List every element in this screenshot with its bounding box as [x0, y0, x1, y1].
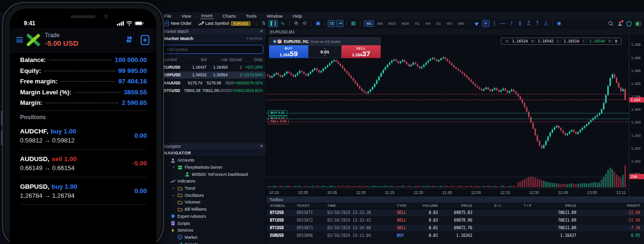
- position-row[interactable]: AUDCHF, buy 1.00 0.59812 → 0.59812 0.00: [20, 122, 147, 150]
- navigator-tree-item[interactable]: Scripts: [161, 220, 266, 227]
- navigator-titlebar[interactable]: Navigator ×: [161, 143, 266, 149]
- trade-row[interactable]: BTCUSD 6953871 03/10/2024 13:33:30 SELL …: [266, 209, 644, 217]
- navigator-tree-item[interactable]: Services: [161, 227, 266, 234]
- column-spread[interactable]: Spread: [228, 57, 242, 62]
- position-row[interactable]: GBPUSD, buy 1.00 1.26784 → 1.26784 0.00: [20, 177, 147, 205]
- column-bid[interactable]: Bid: [186, 57, 207, 62]
- column-time[interactable]: TIME: [327, 203, 397, 208]
- chevron-icon[interactable]: ▸: [172, 186, 176, 190]
- separator[interactable]: [552, 21, 553, 26]
- column-profit[interactable]: PROFIT: [576, 203, 640, 208]
- column-symbol[interactable]: Symbol: [164, 57, 186, 62]
- cursor-tool-button[interactable]: ▶: [474, 20, 481, 27]
- timeframe-button[interactable]: H1: [413, 20, 422, 27]
- shield-icon[interactable]: [626, 21, 632, 27]
- navigator-tree-item[interactable]: Expert Advisors: [161, 213, 266, 220]
- tile-windows-button[interactable]: ▣: [314, 20, 322, 27]
- navigator-tree-item[interactable]: Market: [161, 234, 266, 241]
- search-icon[interactable]: [608, 21, 613, 26]
- column-sl[interactable]: S / L: [472, 203, 502, 208]
- chart-tab-eurusd-m1[interactable]: EURUSD,M1: [270, 30, 295, 34]
- sell-position-tag[interactable]: SELL 0.03: [268, 119, 289, 124]
- trade-row[interactable]: EURUSD 6953896 03/10/2024 14:11:04 BUY 0…: [266, 232, 644, 240]
- channel-tool-button[interactable]: ∥: [517, 20, 524, 27]
- menu-item[interactable]: Window: [266, 13, 284, 19]
- new-order-icon[interactable]: [140, 35, 150, 45]
- navigator-tree-item[interactable]: Indicators: [161, 178, 266, 185]
- new-order-button[interactable]: New Order: [162, 21, 194, 26]
- separator[interactable]: [289, 21, 290, 26]
- candlestick-chart-button[interactable]: ❚❙: [269, 20, 278, 27]
- menu-item[interactable]: Tools: [245, 13, 257, 19]
- volume-stepper[interactable]: ▲ 0.01 ▼: [308, 45, 342, 58]
- market-watch-row[interactable]: GBPUSD 1.34532 1.34554 2 +2174.84%: [161, 71, 266, 80]
- column-price[interactable]: PRICE: [438, 203, 472, 208]
- market-watch-row[interactable]: BTCUSD 70601.06 70611.09 100300 +6389136…: [161, 87, 266, 95]
- vertical-line-tool-button[interactable]: |: [491, 20, 498, 27]
- tick-chart-button[interactable]: ⇅: [260, 20, 267, 27]
- navigator-tree-item[interactable]: Volumes: [161, 199, 266, 206]
- horizontal-line-tool-button[interactable]: —: [499, 20, 507, 27]
- trade-row[interactable]: BTCUSD 6953873 03/10/2024 13:34:08 SELL …: [266, 224, 644, 232]
- navigator-tree-item[interactable]: ▸ Oscillators: [161, 192, 266, 199]
- column-daily[interactable]: Daily: [242, 57, 263, 62]
- hamburger-menu-icon[interactable]: [16, 37, 23, 42]
- timeframe-button[interactable]: W1: [444, 20, 455, 27]
- menu-item[interactable]: Insert: [200, 12, 214, 19]
- buy-position-tag[interactable]: BUY 0.01: [268, 110, 287, 116]
- zoom-out-button[interactable]: ⊖: [301, 20, 308, 27]
- column-type[interactable]: TYPE: [397, 203, 416, 208]
- chart-shift-button[interactable]: ⇥: [336, 20, 343, 27]
- add-symbol-input[interactable]: Add symbol...: [163, 45, 263, 54]
- volume-down-icon[interactable]: ▼: [323, 54, 326, 56]
- chevron-icon[interactable]: ▾: [172, 165, 176, 169]
- sort-transfer-icon[interactable]: ⇵: [126, 35, 133, 45]
- toolbox-titlebar[interactable]: Toolbox: [266, 196, 644, 203]
- equidistant-channel-tool-button[interactable]: Z: [525, 20, 532, 27]
- camera-button[interactable]: ◉: [556, 20, 563, 27]
- navigator-tree-item[interactable]: 900500: YoForexAI Dashboard: [161, 171, 266, 178]
- text-tool-button[interactable]: T: [534, 20, 541, 27]
- crosshair-tool-button[interactable]: +: [482, 20, 489, 27]
- navigator-tree-item[interactable]: Bill Williams: [161, 206, 266, 213]
- close-icon[interactable]: ×: [260, 143, 263, 149]
- new-chart-button[interactable]: ▧: [350, 20, 357, 27]
- navigator-tree-item[interactable]: Accounts: [161, 157, 266, 164]
- line-chart-button[interactable]: ∿: [279, 20, 286, 27]
- navigator-tree-item[interactable]: ▸ Trend: [161, 185, 266, 192]
- trendline-tool-button[interactable]: /: [508, 20, 515, 27]
- column-ticket[interactable]: TICKET: [297, 203, 327, 208]
- menu-item[interactable]: View: [180, 13, 192, 19]
- timeframe-button[interactable]: M1: [364, 20, 374, 27]
- separator[interactable]: [311, 21, 312, 26]
- zoom-in-button[interactable]: ⊕: [292, 20, 300, 27]
- column-volume[interactable]: VOLUME: [416, 203, 438, 208]
- chevron-icon[interactable]: ▸: [172, 193, 176, 197]
- sell-button[interactable]: SELL 1.16437: [342, 45, 381, 58]
- timeframe-button[interactable]: D1: [434, 20, 443, 27]
- column-symbol[interactable]: SYMBOL: [270, 203, 297, 208]
- market-watch-row[interactable]: EURUSD 1.16437 1.16459 2 +537.29%: [161, 63, 266, 71]
- navigator-tree-item[interactable]: ▾ FlexyMarkets-Server: [161, 164, 266, 171]
- column-price2[interactable]: PRICE: [531, 203, 576, 208]
- timeframe-button[interactable]: M5: [375, 20, 385, 27]
- user-icon[interactable]: [617, 21, 623, 26]
- buy-button[interactable]: BUY 1.16459: [269, 45, 308, 58]
- menu-item[interactable]: Charts: [222, 13, 237, 19]
- navigator-tree-item[interactable]: Signals: [161, 241, 266, 244]
- separator[interactable]: [346, 21, 347, 26]
- menu-item[interactable]: Help: [291, 13, 303, 19]
- menu-item[interactable]: File: [163, 13, 172, 19]
- timeframe-button[interactable]: H4: [423, 20, 433, 27]
- separator[interactable]: [324, 21, 325, 26]
- last-symbol-button[interactable]: Last Symbol EURUSD: [196, 21, 253, 26]
- close-icon[interactable]: ×: [260, 29, 263, 34]
- auto-scroll-button[interactable]: ⇉: [328, 20, 335, 27]
- market-watch-titlebar[interactable]: Market Watch ×: [161, 28, 266, 34]
- column-ask[interactable]: Ask: [207, 57, 228, 62]
- market-watch-row[interactable]: XAUUSD 5175.74 5176.09 3500 +46829276.02…: [161, 79, 266, 87]
- timeframe-button[interactable]: M30: [399, 20, 412, 27]
- timeframe-button[interactable]: MN: [456, 20, 466, 27]
- time-axis[interactable]: 10:1510:3010:4511:0011:1511:3011:4512:00…: [266, 188, 629, 196]
- timeframe-button[interactable]: M15: [386, 20, 398, 27]
